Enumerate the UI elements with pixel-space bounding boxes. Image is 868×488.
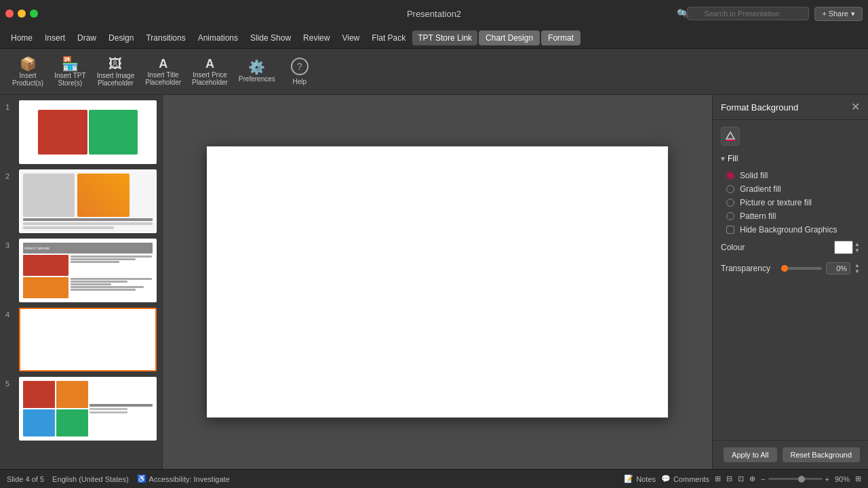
toolbar-insert-price[interactable]: A Insert PricePlaceholder [188, 55, 232, 89]
colour-down-arrow[interactable]: ▼ [854, 247, 860, 253]
comments-label: Comments [673, 475, 709, 483]
hide-background-option[interactable]: Hide Background Graphics [721, 223, 860, 237]
menu-review[interactable]: Review [298, 30, 335, 45]
pattern-fill-label: Pattern fill [740, 211, 776, 221]
slide-number-5: 5 [5, 380, 15, 388]
comments-button[interactable]: 💬 Comments [661, 474, 709, 483]
slide-thumb-1[interactable] [19, 100, 157, 164]
slide5-img3 [23, 409, 55, 436]
slide3-row1 [23, 255, 153, 276]
title-bar: Presentation2 🔍 + Share ▾ [0, 0, 868, 27]
pattern-fill-option[interactable]: Pattern fill [721, 209, 860, 223]
accessibility-info[interactable]: ♿ Accessibility: Investigate [137, 474, 230, 483]
menu-chart-design[interactable]: Chart Design [479, 30, 540, 45]
insert-image-icon: 🖼 [108, 57, 122, 70]
slide-thumb-3[interactable]: Advent Calendar [19, 239, 157, 302]
zoom-out-icon[interactable]: − [761, 475, 765, 483]
toolbar-insert-image[interactable]: 🖼 Insert ImagePlaceholder [93, 54, 139, 89]
fit-button[interactable]: ⊕ [749, 474, 755, 483]
slide-item-5[interactable]: 5 [5, 377, 157, 441]
slide-thumb-inner-5 [20, 378, 155, 439]
picture-fill-radio[interactable] [726, 199, 734, 207]
zoom-in-icon[interactable]: + [825, 475, 829, 483]
menu-home[interactable]: Home [5, 30, 38, 45]
grid-view-button[interactable]: ⊞ [715, 474, 721, 483]
menu-insert[interactable]: Insert [39, 30, 71, 45]
menu-draw[interactable]: Draw [72, 30, 102, 45]
slide-content-5 [20, 378, 155, 439]
zoom-track[interactable] [768, 478, 823, 480]
slide-canvas[interactable] [207, 146, 668, 418]
search-input[interactable] [687, 7, 809, 20]
slide-content-3: Advent Calendar [20, 240, 155, 301]
slide-item-4[interactable]: 4 [5, 308, 157, 371]
slide-thumb-5[interactable] [19, 377, 157, 441]
transparency-arrows[interactable]: ▲ ▼ [854, 262, 860, 274]
solid-fill-radio[interactable] [726, 171, 734, 180]
slide-item-2[interactable]: 2 [5, 169, 157, 233]
toolbar-insert-title[interactable]: A Insert TitlePlaceholder [141, 55, 185, 89]
search-wrapper: 🔍 [677, 7, 809, 20]
maximize-button[interactable] [30, 9, 38, 18]
close-button[interactable] [5, 9, 14, 18]
slide5-tl3 [90, 411, 127, 413]
toolbar-insert-tpt[interactable]: 🏪 Insert TPTStore(s) [50, 54, 90, 89]
slide5-img1 [23, 381, 55, 408]
slide-item-3[interactable]: 3 Advent Calendar [5, 239, 157, 302]
menu-flatpack[interactable]: Flat Pack [366, 30, 411, 45]
picture-fill-label: Picture or texture fill [740, 198, 812, 207]
gradient-fill-option[interactable]: Gradient fill [721, 182, 860, 196]
slide-thumb-2[interactable] [19, 169, 157, 233]
colour-swatch[interactable] [834, 241, 853, 254]
reset-background-button[interactable]: Reset Background [783, 447, 861, 462]
minimize-button[interactable] [18, 9, 26, 18]
gradient-fill-radio[interactable] [726, 185, 734, 193]
transparency-input[interactable]: 0% [826, 262, 850, 274]
toolbar-insert-products[interactable]: 📦 InsertProduct(s) [8, 54, 47, 89]
panel-close-button[interactable]: ✕ [851, 102, 860, 113]
zoom-thumb[interactable] [798, 476, 805, 483]
slide-thumb-inner-4 [20, 309, 155, 370]
slide-thumb-inner-1 [20, 102, 155, 163]
colour-arrows[interactable]: ▲ ▼ [854, 241, 860, 253]
menu-view[interactable]: View [336, 30, 365, 45]
picture-fill-option[interactable]: Picture or texture fill [721, 196, 860, 209]
menu-tpt-store-link[interactable]: TPT Store Link [412, 30, 477, 45]
slide-sorter-button[interactable]: ⊟ [726, 474, 732, 483]
slide-item-1[interactable]: 1 [5, 100, 157, 164]
transparency-up-arrow[interactable]: ▲ [854, 262, 860, 268]
slide-thumb-4[interactable] [19, 308, 157, 371]
zoom-slider[interactable]: − + [761, 475, 829, 483]
chevron-down-icon: ▾ [851, 9, 855, 18]
menu-slideshow[interactable]: Slide Show [245, 30, 296, 45]
fill-section-label: Fill [721, 154, 860, 163]
transparency-slider-track[interactable] [781, 267, 822, 270]
colour-control: ▲ ▼ [834, 241, 860, 254]
colour-up-arrow[interactable]: ▲ [854, 241, 860, 247]
zoom-level[interactable]: 90% [835, 475, 850, 483]
notes-button[interactable]: 📝 Notes [624, 474, 656, 483]
solid-fill-label: Solid fill [740, 171, 768, 180]
toolbar-preferences[interactable]: ⚙️ Preferences [235, 58, 279, 85]
window-controls[interactable] [5, 9, 38, 18]
slide-content-2 [20, 171, 155, 232]
menu-animations[interactable]: Animations [193, 30, 243, 45]
fill-icon-button[interactable] [721, 127, 740, 146]
fill-icon [725, 131, 736, 142]
slide5-images [23, 381, 88, 436]
share-label: + Share [822, 9, 848, 18]
transparency-down-arrow[interactable]: ▼ [854, 268, 860, 274]
reading-view-button[interactable]: ⊡ [738, 474, 744, 483]
solid-fill-option[interactable]: Solid fill [721, 169, 860, 182]
menu-design[interactable]: Design [103, 30, 139, 45]
apply-to-all-button[interactable]: Apply to All [724, 447, 776, 462]
pattern-fill-radio[interactable] [726, 212, 734, 220]
share-button[interactable]: + Share ▾ [814, 7, 863, 21]
menu-transitions[interactable]: Transitions [140, 30, 191, 45]
slide5-img2 [56, 381, 88, 408]
toolbar-help[interactable]: ? Help [282, 55, 317, 88]
transparency-slider-thumb[interactable] [781, 265, 788, 272]
fit-to-window-button[interactable]: ⊞ [855, 474, 861, 483]
hide-background-checkbox[interactable] [726, 226, 734, 234]
menu-format[interactable]: Format [541, 30, 580, 45]
